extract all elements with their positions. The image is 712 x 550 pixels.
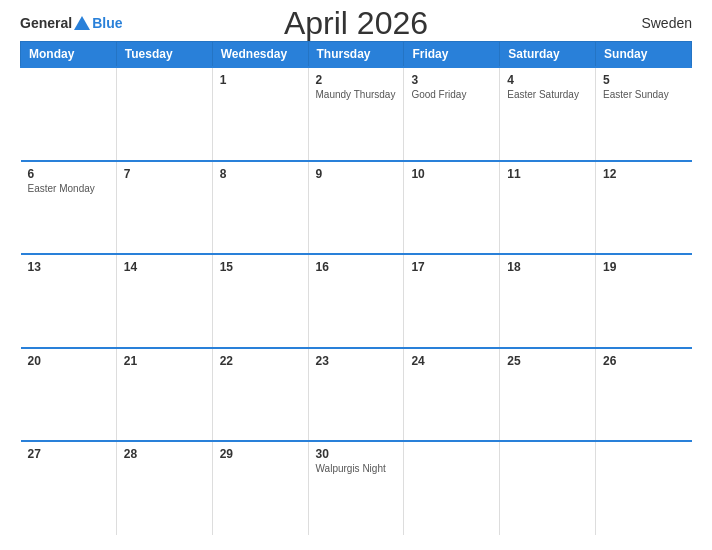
day-number: 22	[220, 354, 301, 368]
calendar-cell	[596, 441, 692, 535]
calendar-cell: 2Maundy Thursday	[308, 67, 404, 161]
holiday-name: Easter Monday	[28, 183, 109, 194]
weekday-header-tuesday: Tuesday	[116, 42, 212, 68]
calendar: MondayTuesdayWednesdayThursdayFridaySatu…	[20, 41, 692, 535]
calendar-cell	[404, 441, 500, 535]
calendar-cell: 25	[500, 348, 596, 442]
day-number: 8	[220, 167, 301, 181]
day-number: 14	[124, 260, 205, 274]
day-number: 10	[411, 167, 492, 181]
calendar-cell: 23	[308, 348, 404, 442]
calendar-cell: 28	[116, 441, 212, 535]
day-number: 7	[124, 167, 205, 181]
calendar-cell: 21	[116, 348, 212, 442]
day-number: 12	[603, 167, 684, 181]
logo: General Blue	[20, 15, 122, 31]
header: General Blue April 2026 Sweden	[20, 15, 692, 31]
day-number: 1	[220, 73, 301, 87]
day-number: 30	[316, 447, 397, 461]
calendar-cell: 29	[212, 441, 308, 535]
month-title: April 2026	[284, 5, 428, 42]
day-number: 16	[316, 260, 397, 274]
calendar-cell: 10	[404, 161, 500, 255]
calendar-cell	[116, 67, 212, 161]
day-number: 17	[411, 260, 492, 274]
day-number: 23	[316, 354, 397, 368]
day-number: 3	[411, 73, 492, 87]
calendar-cell: 3Good Friday	[404, 67, 500, 161]
holiday-name: Walpurgis Night	[316, 463, 397, 474]
calendar-cell: 1	[212, 67, 308, 161]
day-number: 13	[28, 260, 109, 274]
calendar-cell: 27	[21, 441, 117, 535]
calendar-header-row: MondayTuesdayWednesdayThursdayFridaySatu…	[21, 42, 692, 68]
day-number: 19	[603, 260, 684, 274]
day-number: 24	[411, 354, 492, 368]
day-number: 6	[28, 167, 109, 181]
calendar-week-row: 13141516171819	[21, 254, 692, 348]
day-number: 29	[220, 447, 301, 461]
weekday-header-saturday: Saturday	[500, 42, 596, 68]
calendar-cell: 17	[404, 254, 500, 348]
weekday-header-monday: Monday	[21, 42, 117, 68]
day-number: 28	[124, 447, 205, 461]
day-number: 15	[220, 260, 301, 274]
weekday-header-thursday: Thursday	[308, 42, 404, 68]
calendar-cell: 14	[116, 254, 212, 348]
logo-blue: Blue	[92, 15, 122, 31]
day-number: 2	[316, 73, 397, 87]
calendar-cell: 9	[308, 161, 404, 255]
day-number: 27	[28, 447, 109, 461]
calendar-cell: 18	[500, 254, 596, 348]
calendar-cell: 6Easter Monday	[21, 161, 117, 255]
calendar-cell: 24	[404, 348, 500, 442]
calendar-week-row: 27282930Walpurgis Night	[21, 441, 692, 535]
calendar-cell: 26	[596, 348, 692, 442]
holiday-name: Easter Sunday	[603, 89, 684, 100]
calendar-cell: 30Walpurgis Night	[308, 441, 404, 535]
day-number: 20	[28, 354, 109, 368]
logo-triangle-icon	[74, 16, 90, 30]
calendar-week-row: 12Maundy Thursday3Good Friday4Easter Sat…	[21, 67, 692, 161]
day-number: 25	[507, 354, 588, 368]
calendar-week-row: 20212223242526	[21, 348, 692, 442]
weekday-header-wednesday: Wednesday	[212, 42, 308, 68]
calendar-cell: 5Easter Sunday	[596, 67, 692, 161]
calendar-cell: 11	[500, 161, 596, 255]
calendar-cell: 15	[212, 254, 308, 348]
holiday-name: Good Friday	[411, 89, 492, 100]
country-label: Sweden	[641, 15, 692, 31]
calendar-cell	[21, 67, 117, 161]
weekday-header-sunday: Sunday	[596, 42, 692, 68]
day-number: 11	[507, 167, 588, 181]
weekday-header-friday: Friday	[404, 42, 500, 68]
holiday-name: Easter Saturday	[507, 89, 588, 100]
calendar-cell: 20	[21, 348, 117, 442]
day-number: 9	[316, 167, 397, 181]
calendar-week-row: 6Easter Monday789101112	[21, 161, 692, 255]
day-number: 26	[603, 354, 684, 368]
calendar-cell: 19	[596, 254, 692, 348]
holiday-name: Maundy Thursday	[316, 89, 397, 100]
calendar-cell: 7	[116, 161, 212, 255]
day-number: 18	[507, 260, 588, 274]
calendar-cell: 22	[212, 348, 308, 442]
calendar-cell: 4Easter Saturday	[500, 67, 596, 161]
calendar-cell: 13	[21, 254, 117, 348]
day-number: 4	[507, 73, 588, 87]
calendar-cell: 12	[596, 161, 692, 255]
calendar-cell: 8	[212, 161, 308, 255]
day-number: 21	[124, 354, 205, 368]
calendar-cell: 16	[308, 254, 404, 348]
logo-general: General	[20, 15, 72, 31]
calendar-cell	[500, 441, 596, 535]
day-number: 5	[603, 73, 684, 87]
